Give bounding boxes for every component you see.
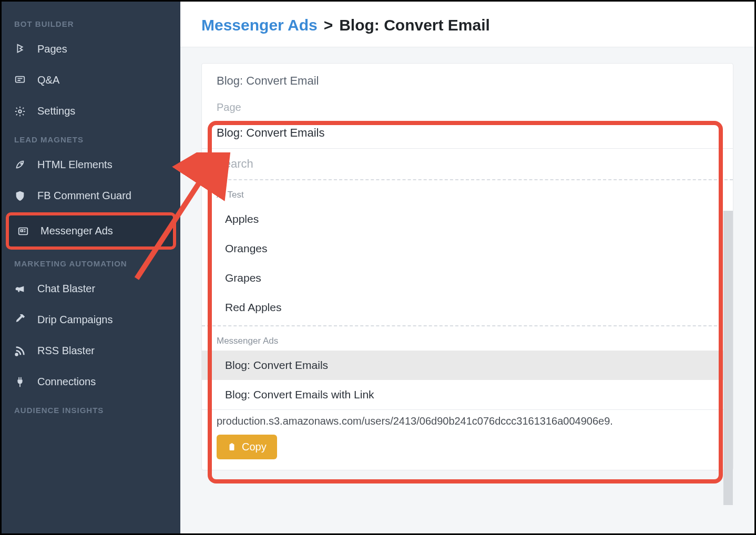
breadcrumb-root[interactable]: Messenger Ads <box>201 16 318 34</box>
sidebar-item-messenger-ads[interactable]: Messenger Ads <box>6 212 176 250</box>
option-red-apples[interactable]: Red Apples <box>202 293 733 322</box>
sidebar-item-label: HTML Elements <box>37 159 113 171</box>
sidebar: BOT BUILDER Pages Q&A Settings LEAD MAGN… <box>2 2 180 533</box>
sidebar-item-rss-blaster[interactable]: RSS Blaster <box>2 335 180 366</box>
copy-button-label: Copy <box>242 441 267 453</box>
svg-rect-0 <box>16 76 25 82</box>
sidebar-item-pages[interactable]: Pages <box>2 34 180 65</box>
sidebar-section-audience-insights: AUDIENCE INSIGHTS <box>2 397 180 420</box>
sidebar-item-label: RSS Blaster <box>37 345 95 357</box>
chat-icon <box>14 75 29 86</box>
sidebar-item-label: Pages <box>37 43 67 55</box>
selected-page-value[interactable]: Blog: Convert Emails <box>202 119 733 149</box>
sidebar-item-label: Q&A <box>37 74 59 86</box>
sidebar-item-label: FB Comment Guard <box>37 190 131 202</box>
scrollbar[interactable] <box>723 211 733 505</box>
rocket-icon <box>14 159 29 171</box>
sidebar-item-qa[interactable]: Q&A <box>2 65 180 96</box>
sidebar-section-lead-magnets: LEAD MAGNETS <box>2 127 180 149</box>
pages-icon <box>14 44 29 55</box>
svg-rect-5 <box>230 444 234 450</box>
gear-icon <box>14 106 29 117</box>
rss-icon <box>14 345 29 357</box>
option-grapes[interactable]: Grapes <box>202 263 733 293</box>
option-apples[interactable]: Apples <box>202 204 733 234</box>
page-search-input[interactable] <box>217 157 718 171</box>
sidebar-item-html-elements[interactable]: HTML Elements <box>2 149 180 180</box>
sidebar-item-label: Settings <box>37 105 75 117</box>
breadcrumb-separator: > <box>324 16 333 34</box>
ad-editor-card: Blog: Convert Email Page Blog: Convert E… <box>201 63 733 470</box>
svg-point-2 <box>21 162 22 164</box>
sidebar-item-label: Chat Blaster <box>37 283 95 295</box>
news-icon <box>17 225 32 237</box>
sidebar-item-connections[interactable]: Connections <box>2 366 180 397</box>
clipboard-icon <box>227 442 237 452</box>
megaphone-icon <box>14 283 29 295</box>
sidebar-section-marketing-automation: MARKETING AUTOMATION <box>2 251 180 273</box>
plug-icon <box>14 376 29 388</box>
sidebar-item-label: Connections <box>37 376 96 388</box>
main-content: Messenger Ads > Blog: Convert Email Blog… <box>180 2 754 533</box>
card-title: Blog: Convert Email <box>217 74 718 88</box>
svg-point-4 <box>16 353 18 355</box>
sidebar-item-label: Drip Campaigns <box>37 314 113 326</box>
sidebar-section-bot-builder: BOT BUILDER <box>2 11 180 34</box>
option-blog-convert-emails-link[interactable]: Blog: Convert Emails with Link <box>202 380 733 409</box>
option-group-messenger-ads: Messenger Ads <box>202 326 733 351</box>
svg-point-1 <box>18 110 22 113</box>
sidebar-item-fb-comment-guard[interactable]: FB Comment Guard <box>2 180 180 211</box>
sidebar-item-settings[interactable]: Settings <box>2 96 180 127</box>
eyedropper-icon <box>14 314 29 326</box>
option-oranges[interactable]: Oranges <box>202 234 733 263</box>
copy-button[interactable]: Copy <box>217 435 277 459</box>
svg-rect-6 <box>231 443 233 445</box>
sidebar-item-label: Messenger Ads <box>40 225 113 237</box>
sidebar-item-chat-blaster[interactable]: Chat Blaster <box>2 273 180 304</box>
sidebar-item-drip-campaigns[interactable]: Drip Campaigns <box>2 304 180 335</box>
option-blog-convert-emails[interactable]: Blog: Convert Emails <box>202 351 733 380</box>
page-field-label: Page <box>202 88 733 119</box>
breadcrumb-leaf: Blog: Convert Email <box>339 16 490 34</box>
breadcrumb: Messenger Ads > Blog: Convert Email <box>180 2 754 47</box>
shield-icon <box>14 190 29 202</box>
url-preview-text: production.s3.amazonaws.com/users/2413/0… <box>202 409 733 427</box>
option-group-ai-test: AI Test <box>202 180 733 204</box>
page-search-row <box>202 149 733 180</box>
